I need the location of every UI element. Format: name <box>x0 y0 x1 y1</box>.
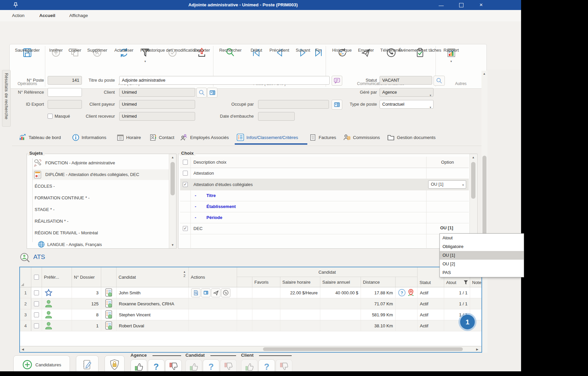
preferred-star-icon[interactable] <box>44 289 53 297</box>
security-button[interactable] <box>105 355 125 371</box>
tab-informations[interactable]: Informations <box>72 132 106 143</box>
header-select-all[interactable] <box>31 267 42 287</box>
titre-du-poste-field[interactable]: Adjointe administrative <box>119 76 330 85</box>
occupe-par-open-button[interactable] <box>332 100 342 110</box>
tab-tableau-de-bord[interactable]: Tableau de bord <box>19 132 61 143</box>
person-icon[interactable] <box>44 321 53 330</box>
col-dossier[interactable]: N° Dossier <box>72 267 101 287</box>
save-button[interactable]: Sauvegarder <box>12 46 43 59</box>
tab-contact[interactable]: Contact <box>149 132 174 143</box>
send-button[interactable]: Envoyer <box>356 46 376 59</box>
sujets-scrollbar[interactable]: ▲ ▼ <box>169 154 176 248</box>
dropdown-item-atout[interactable]: Atout <box>440 234 524 242</box>
choix-sub-etablissement[interactable]: Établissement <box>206 204 236 209</box>
corner-header-cell[interactable] <box>20 267 31 287</box>
scroll-up-icon[interactable]: ▲ <box>472 156 475 159</box>
scroll-up-icon[interactable]: ▲ <box>171 156 174 159</box>
row-checkbox[interactable] <box>34 301 39 306</box>
person-icon[interactable] <box>44 299 53 308</box>
tree-item-formation-continue[interactable]: FORMATION CONTINUE * - <box>35 195 90 200</box>
communication-history-button[interactable]: Historique <box>329 46 355 59</box>
preview-document-button[interactable] <box>191 288 200 297</box>
ats-row-john-smith[interactable]: 1 3 John Smith 22.00 $/Heure 40 000.00 $… <box>20 287 481 298</box>
availability-question-icon[interactable]: ? <box>398 289 406 297</box>
choix-sub-periode[interactable]: Période <box>206 215 222 220</box>
col-favoris[interactable]: Favoris <box>252 277 280 287</box>
col-prefere[interactable]: Préfér... <box>42 267 72 287</box>
tab-factures[interactable]: Factures <box>309 132 336 143</box>
sujets-scroll-thumb[interactable] <box>170 162 175 195</box>
candidate-file-icon[interactable] <box>105 321 113 330</box>
agence-thumbs-down-button[interactable] <box>165 359 182 371</box>
choix-row-checkbox-checked[interactable] <box>183 226 188 231</box>
refresh-button[interactable]: Actualiser <box>111 46 137 59</box>
choix-row-checkbox-checked[interactable] <box>183 182 188 187</box>
header-checkbox[interactable] <box>34 275 39 280</box>
history-modifications-button[interactable]: Historique des modifications <box>155 46 190 59</box>
tree-item-realisation[interactable]: RÉALISATION * - <box>35 219 69 224</box>
candidate-file-icon[interactable] <box>105 299 113 308</box>
menu-action[interactable]: Action <box>10 12 27 19</box>
open-folder-button[interactable] <box>201 288 210 297</box>
choix-row-checkbox[interactable] <box>183 171 188 176</box>
scroll-down-icon[interactable]: ▼ <box>171 243 174 247</box>
client-unknown-button[interactable]: ? <box>258 359 275 371</box>
location-pin-icon[interactable] <box>407 289 415 297</box>
scroll-left-icon[interactable]: ◀ <box>22 348 24 351</box>
menu-accueil[interactable]: Accueil <box>37 12 57 19</box>
scroll-right-icon[interactable]: ▶ <box>476 348 478 351</box>
content-scrollbar[interactable]: ▲ <box>481 71 487 353</box>
tab-gestion-documents[interactable]: Gestion documents <box>387 132 436 143</box>
choix-row-attestation[interactable]: Attestation <box>193 171 214 176</box>
col-icon[interactable] <box>101 267 117 287</box>
ats-row-robert-duval[interactable]: 4 1 Robert Duval 38.10 Km Actif <box>20 320 481 331</box>
choix-select-all-checkbox[interactable] <box>183 160 188 165</box>
masque-checkbox[interactable] <box>48 114 53 119</box>
search-results-panel-tab[interactable]: Résultats de recherche <box>2 70 11 127</box>
candidate-file-icon[interactable] <box>105 310 113 319</box>
first-record-button[interactable]: Début <box>248 46 265 59</box>
choix-scroll-thumb[interactable] <box>471 162 475 199</box>
candidate-file-icon[interactable] <box>105 288 113 297</box>
ats-horizontal-scrollbar[interactable]: ◀ ▶ <box>20 346 481 352</box>
client-receveur-field[interactable]: Unimed <box>119 112 195 121</box>
tree-item-stage[interactable]: STAGE * - <box>35 207 55 212</box>
dropdown-item-pas[interactable]: PAS <box>440 268 524 277</box>
person-icon[interactable] <box>44 310 53 319</box>
statut-search-button[interactable] <box>434 76 445 86</box>
insert-button[interactable]: Insérer <box>47 46 65 59</box>
col-actions[interactable]: Actions <box>189 267 237 287</box>
client-thumbs-up-button[interactable] <box>241 359 258 371</box>
tab-commissions[interactable]: Commissions <box>343 132 380 143</box>
dec-option-value[interactable]: OU [1] <box>440 225 453 230</box>
edit-note-button[interactable] <box>76 355 99 371</box>
choix-sub-titre[interactable]: Titre <box>206 193 216 198</box>
option-combo[interactable]: OU [1] ▾ <box>428 180 466 189</box>
agence-unknown-button[interactable]: ? <box>148 359 164 371</box>
choix-row-attestation-etudes[interactable]: Attestation d'études collégiales <box>193 182 253 187</box>
col-candidat[interactable]: Candidat ▲ 2 <box>117 267 189 287</box>
search-button[interactable]: Rechercher <box>216 46 244 59</box>
client-search-button[interactable] <box>196 88 207 98</box>
last-record-button[interactable]: Fin <box>312 46 324 59</box>
menu-affichage[interactable]: Affichage <box>67 12 90 19</box>
tab-infos-classement-criteres[interactable]: Infos/Classement/Critères <box>236 132 298 143</box>
row-checkbox[interactable] <box>34 290 39 295</box>
export-button[interactable]: Exporter <box>191 46 212 59</box>
ats-row-roxanne-desrochers[interactable]: 2 125 Roxanne Desrochers, CRHA 71.07 Km … <box>20 298 481 309</box>
send-message-button[interactable] <box>211 288 220 297</box>
tree-item-region-de-travail[interactable]: RÉGION DE TRAVAIL - Montréal <box>35 230 98 235</box>
col-blank[interactable] <box>237 277 252 287</box>
col-distance[interactable]: Distance <box>361 277 396 287</box>
dropdown-item-obligatoire[interactable]: Obligatoire <box>440 242 524 251</box>
candidat-thumbs-up-button[interactable] <box>185 359 202 371</box>
ats-hscroll-thumb[interactable] <box>263 347 463 351</box>
client-payeur-field[interactable]: Unimed <box>119 100 195 109</box>
row-checkbox[interactable] <box>34 323 39 328</box>
dropdown-item-ou2[interactable]: OU [2] <box>440 260 524 268</box>
delete-button[interactable]: Supprimer <box>85 46 110 59</box>
statut-field[interactable]: VACANT <box>380 76 432 85</box>
tree-item-fonction[interactable]: FONCTION - Adjointe administrative <box>45 160 115 165</box>
events-tasks-button[interactable]: Événements et tâches <box>405 46 435 59</box>
col-salaire-horaire[interactable]: Salaire horaire <box>280 277 320 287</box>
